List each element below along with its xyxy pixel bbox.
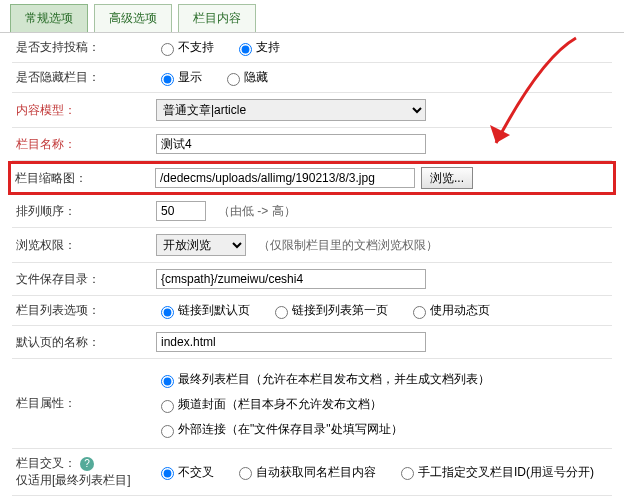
- label-savepath: 文件保存目录：: [16, 271, 156, 288]
- label-thumb: 栏目缩略图：: [15, 170, 155, 187]
- select-model[interactable]: 普通文章|article: [156, 99, 426, 121]
- radio-attr-external[interactable]: 外部连接（在"文件保存目录"处填写网址）: [156, 421, 403, 438]
- radio-hide[interactable]: 隐藏: [222, 69, 268, 86]
- label-perm: 浏览权限：: [16, 237, 156, 254]
- input-thumb-path[interactable]: [155, 168, 415, 188]
- tab-content[interactable]: 栏目内容: [178, 4, 256, 32]
- tab-advanced[interactable]: 高级选项: [94, 4, 172, 32]
- radio-cross-auto[interactable]: 自动获取同名栏目内容: [234, 464, 376, 481]
- radio-cross-none[interactable]: 不交叉: [156, 464, 214, 481]
- label-name: 栏目名称：: [16, 136, 156, 153]
- input-defpage[interactable]: [156, 332, 426, 352]
- radio-show[interactable]: 显示: [156, 69, 202, 86]
- label-sort: 排列顺序：: [16, 203, 156, 220]
- radio-list-firstpage[interactable]: 链接到列表第一页: [270, 302, 388, 319]
- label-attr: 栏目属性：: [16, 395, 156, 412]
- radio-attr-cover[interactable]: 频道封面（栏目本身不允许发布文档）: [156, 396, 382, 413]
- label-cross: 栏目交叉： 仅适用[最终列表栏目]: [16, 455, 156, 489]
- radio-list-default[interactable]: 链接到默认页: [156, 302, 250, 319]
- radio-list-dynamic[interactable]: 使用动态页: [408, 302, 490, 319]
- radio-attr-final[interactable]: 最终列表栏目（允许在本栏目发布文档，并生成文档列表）: [156, 371, 490, 388]
- perm-hint: （仅限制栏目里的文档浏览权限）: [258, 237, 438, 254]
- help-icon[interactable]: [76, 456, 94, 470]
- select-perm[interactable]: 开放浏览: [156, 234, 246, 256]
- label-listopt: 栏目列表选项：: [16, 302, 156, 319]
- radio-cross-manual[interactable]: 手工指定交叉栏目ID(用逗号分开): [396, 464, 594, 481]
- label-defpage: 默认页的名称：: [16, 334, 156, 351]
- input-name[interactable]: [156, 134, 426, 154]
- radio-post-yes[interactable]: 支持: [234, 39, 280, 56]
- input-sort[interactable]: [156, 201, 206, 221]
- sort-hint: （由低 -> 高）: [218, 203, 296, 220]
- input-savepath[interactable]: [156, 269, 426, 289]
- browse-button[interactable]: 浏览...: [421, 167, 473, 189]
- label-support-post: 是否支持投稿：: [16, 39, 156, 56]
- radio-post-no[interactable]: 不支持: [156, 39, 214, 56]
- label-model: 内容模型：: [16, 102, 156, 119]
- tab-general[interactable]: 常规选项: [10, 4, 88, 32]
- label-hide: 是否隐藏栏目：: [16, 69, 156, 86]
